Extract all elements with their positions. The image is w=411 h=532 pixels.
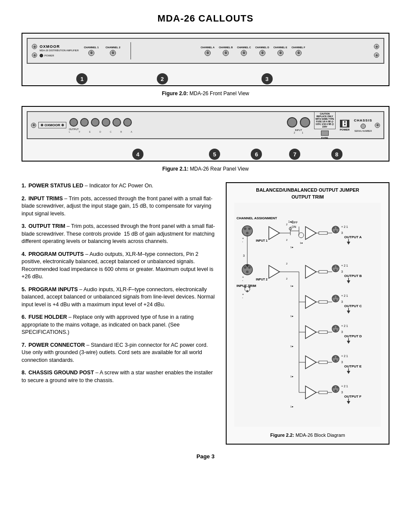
item-title-5: PROGRAM INPUTS [28, 286, 78, 292]
xlr-out-f [69, 118, 78, 127]
slot-2 [344, 124, 346, 125]
svg-point-93 [336, 386, 339, 389]
item-num-6: 6. [22, 314, 26, 320]
output-xlr-row [69, 118, 132, 127]
svg-text:3: 3 [341, 231, 343, 234]
svg-text:OUTPUT F: OUTPUT F [344, 395, 361, 398]
chassis-post [361, 124, 366, 129]
item-title-6: FUSE HOLDER [28, 314, 67, 320]
power-label: POWER [44, 54, 54, 58]
xlr-out-d [91, 118, 100, 127]
power-row: POWER [40, 54, 79, 57]
svg-point-107 [246, 290, 249, 292]
svg-point-68 [335, 330, 337, 332]
desc-item-1: 1. POWER STATUS LED – Indicator for AC P… [22, 182, 217, 190]
front-panel-diagram: ⊕ ⊕ OXMOOR MDA-26 DISTRIBUTION AMPLIFIER… [27, 38, 384, 64]
desc-item-6: 6. FUSE HOLDER – Replace only with appro… [22, 314, 217, 336]
desc-item-8: 8. CHASSIS GROUND POST – A screw with a … [22, 369, 217, 384]
page-number: Page 3 [22, 453, 389, 460]
item-title-3: OUTPUT TRIM [28, 223, 65, 229]
chassis-items [361, 124, 366, 129]
channel-a: CHANNEL A ① [201, 46, 215, 56]
channel-c-knob: ① [241, 50, 247, 56]
svg-text:3: 3 [341, 300, 343, 303]
svg-point-67 [336, 326, 339, 328]
svg-point-33 [246, 271, 249, 273]
channel-b: CHANNEL B ① [219, 46, 233, 56]
channel-f-knob: ① [296, 50, 302, 56]
svg-point-54 [336, 296, 339, 298]
block-diagram-container: BALANCED/UNBALANCED OUTPUT JUMPER OUTPUT… [226, 182, 389, 445]
outlet-slots [342, 121, 347, 127]
svg-point-53 [333, 296, 335, 298]
svg-text:3: 3 [341, 330, 343, 333]
desc-item-4: 4. PROGRAM OUTPUTS – Audio outputs, XLR-… [22, 251, 217, 281]
svg-point-94 [335, 390, 337, 392]
svg-text:INPUT TRIM: INPUT TRIM [237, 284, 256, 288]
channel-d: CHANNEL D ① [255, 46, 269, 56]
power-section: POWER [340, 120, 350, 131]
svg-point-6 [246, 232, 249, 234]
rear-brand: ⊕ OXMOOR ⊕ [38, 122, 66, 128]
channel-a-knob: ① [205, 50, 211, 56]
caution-label: CAUTION REPLACE ONLY WITH SAME TYPE FUSE… [314, 111, 336, 129]
xlr-out-b [112, 118, 121, 127]
svg-rect-90 [319, 391, 327, 394]
power-label: POWER [340, 128, 350, 131]
svg-text:OUTPUT C: OUTPUT C [344, 304, 362, 308]
svg-point-55 [335, 299, 337, 302]
slot-1 [344, 121, 346, 123]
item-num-1: 1. [22, 183, 26, 189]
block-diagram-svg: CHANNEL ASSIGNMENT INPUT TRIM + - INPUT … [231, 203, 384, 427]
channel-1: CHANNEL 1 ① [84, 46, 99, 56]
svg-point-106 [249, 286, 251, 288]
svg-text:ON: ON [292, 225, 296, 228]
power-outlet [340, 120, 349, 128]
item-title-1: POWER STATUS LED [28, 183, 83, 189]
brand-name: OXMOOR [40, 44, 79, 50]
svg-rect-51 [319, 301, 327, 303]
svg-text:1●: 1● [290, 246, 293, 249]
svg-point-92 [333, 386, 335, 389]
svg-text:+  2  1: + 2 1 [341, 264, 348, 267]
figure2-caption: Figure 2.1: MDA-26 Rear Panel View [22, 164, 389, 174]
channel-d-knob: ① [259, 50, 265, 56]
svg-text:INPUT 1: INPUT 1 [256, 239, 268, 242]
channel-b-knob: ① [223, 50, 229, 56]
svg-text:1●2: 1●2 [288, 220, 293, 223]
output-letters: LFEDCBA [69, 131, 132, 133]
item-num-5: 5. [22, 286, 26, 292]
channel-2-knob: ① [110, 50, 116, 56]
callout-6: 6 [251, 149, 262, 160]
channel-c: CHANNEL C ① [237, 46, 251, 56]
svg-point-42 [333, 266, 335, 268]
channel-e-knob: ① [277, 50, 283, 56]
svg-text:+: + [242, 276, 244, 279]
block-diagram-title: BALANCED/UNBALANCED OUTPUT JUMPER [231, 187, 384, 193]
channel-f: CHANNEL F ① [292, 46, 305, 56]
item-num-8: 8. [22, 370, 26, 376]
input-xlr-row [286, 117, 311, 128]
desc-item-7: 7. POWER CONNECTOR – Standard IEC 3-pin … [22, 342, 217, 364]
svg-point-5 [248, 227, 251, 230]
item-title-7: POWER CONNECTOR [28, 342, 85, 348]
svg-text:1●: 1● [300, 242, 303, 244]
svg-text:+  2  1: + 2 1 [341, 294, 348, 297]
svg-rect-77 [319, 361, 327, 364]
svg-point-66 [333, 326, 335, 328]
svg-text:+  2  1: + 2 1 [341, 324, 348, 327]
item-num-7: 7. [22, 342, 26, 348]
svg-point-4 [244, 227, 246, 230]
svg-point-81 [335, 360, 337, 362]
callout-2: 2 [157, 73, 168, 84]
svg-text:OUTPUT E: OUTPUT E [344, 364, 362, 368]
panel-divider [131, 42, 131, 59]
page-title: MDA-26 CALLOUTS [22, 13, 389, 24]
channel-e: CHANNEL E ① [274, 46, 287, 56]
svg-text:3: 3 [341, 270, 343, 273]
xlr-in-1 [300, 117, 310, 128]
callout-8: 8 [331, 149, 342, 160]
svg-text:3: 3 [341, 391, 343, 394]
svg-point-24 [335, 230, 337, 233]
block-diagram-subtitle: OUTPUT TRIM [231, 194, 384, 199]
